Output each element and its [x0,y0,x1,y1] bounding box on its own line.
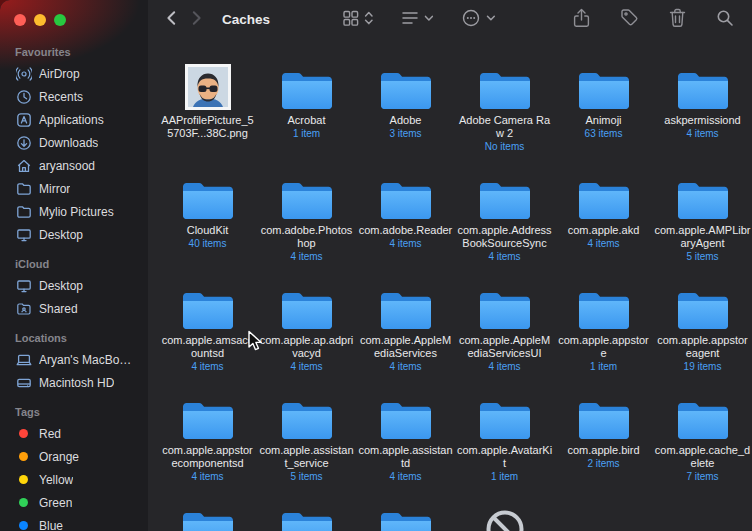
forward-button[interactable] [184,6,208,32]
sidebar-item-airdrop[interactable]: AirDrop [6,62,142,85]
folder-item[interactable]: com.apple.bird2 items [554,394,653,504]
sidebar-item-label: Macintosh HD [39,376,114,390]
tag-icon [620,8,639,30]
folder-icon [677,174,729,220]
sidebar-item-aryan-s-macbook-pro[interactable]: Aryan's MacBook Pro [6,348,142,371]
file-name: com.apple.ap.adprivacyd [259,334,355,360]
folder-item[interactable]: com.apple.AppleMediaServicesUI4 items [455,284,554,394]
sidebar-item-macintosh-hd[interactable]: Macintosh HD [6,371,142,394]
item-count: 4 items [686,128,718,140]
folder-item[interactable]: com.apple.appstoreagent19 items [653,284,752,394]
view-options-button[interactable] [343,6,375,32]
folder-icon [281,394,333,440]
folder-item[interactable]: com.apple.assistantd4 items [356,394,455,504]
folder-item[interactable]: com.apple.AvatarKit1 item [455,394,554,504]
sidebar-item-aryansood[interactable]: aryansood [6,154,142,177]
sidebar-item-yellow[interactable]: Yellow [6,468,142,491]
folder-item[interactable]: com.apple.assistant_service5 items [257,394,356,504]
folder-item[interactable]: Adobe3 items [356,64,455,174]
folder-icon [182,174,234,220]
airdrop-icon [15,65,32,82]
sidebar-item-desktop[interactable]: Desktop [6,223,142,246]
sidebar-item-label: Recents [39,90,83,104]
search-button[interactable] [713,6,737,32]
folder-item[interactable] [356,504,455,531]
sidebar-nav: FavouritesAirDropRecentsApplicationsDown… [0,34,148,531]
group-by-button[interactable] [401,6,435,32]
folder-icon [578,174,630,220]
folder-item[interactable]: com.adobe.Reader4 items [356,174,455,284]
folder-icon [578,394,630,440]
folder-item[interactable]: Animoji63 items [554,64,653,174]
close-button[interactable] [14,14,26,26]
group-rows-icon [401,9,435,30]
folder-item[interactable]: com.apple.akd4 items [554,174,653,284]
folder-icon [15,203,32,220]
folder-item[interactable]: askpermissiond4 items [653,64,752,174]
sidebar-section-favourites: Favourites [0,34,148,62]
tag-circle-icon [15,425,32,442]
sidebar: FavouritesAirDropRecentsApplicationsDown… [0,0,148,531]
sidebar-item-label: Desktop [39,228,83,242]
tag-circle-icon [15,471,32,488]
sidebar-item-red[interactable]: Red [6,422,142,445]
sidebar-item-recents[interactable]: Recents [6,85,142,108]
file-name: com.apple.appstore [556,334,652,360]
tag-circle-icon [15,448,32,465]
folder-item[interactable]: com.apple.ap.adprivacyd4 items [257,284,356,394]
folder-item[interactable]: CloudKit40 items [158,174,257,284]
file-name: Animoji [585,114,621,127]
file-grid: AAProfilePicture_55703F...38C.pngAcrobat… [148,38,752,531]
sidebar-item-shared[interactable]: Shared [6,297,142,320]
folder-item[interactable]: Acrobat1 item [257,64,356,174]
file-item[interactable]: AAProfilePicture_55703F...38C.png [158,64,257,174]
back-button[interactable] [160,6,184,32]
sidebar-item-mylio-pictures[interactable]: Mylio Pictures [6,200,142,223]
item-count: 4 items [389,361,421,373]
folder-item[interactable]: com.apple.AMPLibraryAgent5 items [653,174,752,284]
sidebar-item-orange[interactable]: Orange [6,445,142,468]
folder-icon [479,64,531,110]
blocked-item[interactable] [455,504,554,531]
toolbar-actions [569,6,737,32]
download-icon [15,134,32,151]
folder-item[interactable] [257,504,356,531]
folder-item[interactable]: com.apple.AppleMediaServices4 items [356,284,455,394]
folder-item[interactable] [158,504,257,531]
folder-item[interactable]: com.apple.AddressBookSourceSync4 items [455,174,554,284]
file-name: com.apple.bird [567,444,639,457]
file-name: com.apple.assistantd [358,444,454,470]
item-count: 5 items [686,251,718,263]
sidebar-item-blue[interactable]: Blue [6,514,142,531]
folder-icon [479,284,531,330]
sidebar-item-green[interactable]: Green [6,491,142,514]
item-count: 4 items [191,361,223,373]
sidebar-item-desktop[interactable]: Desktop [6,274,142,297]
toolbar-view-controls [343,6,497,32]
folder-item[interactable]: com.apple.appstore1 item [554,284,653,394]
folder-item[interactable]: Adobe Camera Raw 2No items [455,64,554,174]
sidebar-item-applications[interactable]: Applications [6,108,142,131]
file-name: Adobe [390,114,422,127]
tags-button[interactable] [617,6,641,32]
applications-icon [15,111,32,128]
share-button[interactable] [569,6,593,32]
sidebar-item-mirror[interactable]: Mirror [6,177,142,200]
folder-item[interactable]: com.apple.amsaccountsd4 items [158,284,257,394]
folder-item[interactable]: com.apple.appstorecomponentsd4 items [158,394,257,504]
delete-button[interactable] [665,6,689,32]
more-options-button[interactable] [461,6,497,32]
item-count: No items [485,141,524,153]
folder-icon [281,174,333,220]
item-count: 1 item [491,471,518,483]
file-name: com.apple.AppleMediaServices [358,334,454,360]
file-name: com.apple.AMPLibraryAgent [655,224,751,250]
sidebar-item-label: Orange [39,450,79,464]
folder-item[interactable]: com.apple.cache_delete7 items [653,394,752,504]
folder-icon [677,64,729,110]
minimize-button[interactable] [34,14,46,26]
folder-item[interactable]: com.adobe.Photoshop4 items [257,174,356,284]
item-count: 3 items [389,128,421,140]
sidebar-item-downloads[interactable]: Downloads [6,131,142,154]
zoom-button[interactable] [54,14,66,26]
